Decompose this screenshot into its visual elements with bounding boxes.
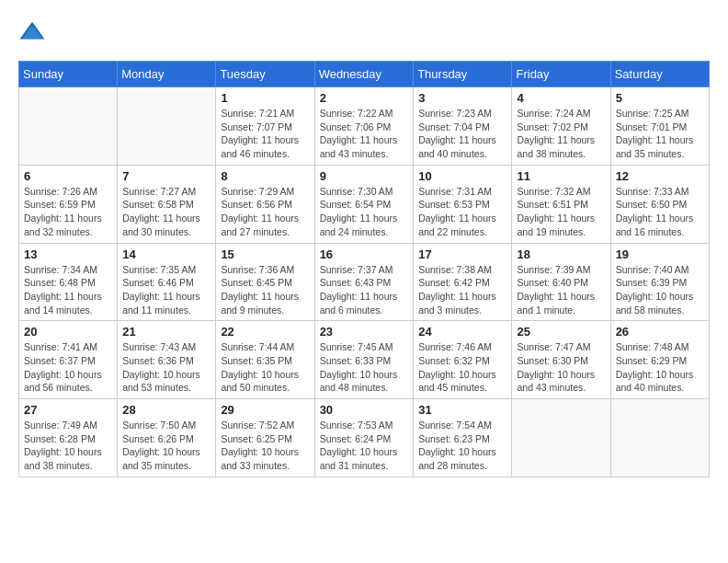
calendar-header-row: SundayMondayTuesdayWednesdayThursdayFrid… xyxy=(19,62,710,87)
calendar-cell: 7Sunrise: 7:27 AM Sunset: 6:58 PM Daylig… xyxy=(118,165,216,243)
day-info: Sunrise: 7:32 AM Sunset: 6:51 PM Dayligh… xyxy=(517,185,605,239)
day-number: 19 xyxy=(616,247,704,261)
day-header-friday: Friday xyxy=(512,62,610,87)
day-header-tuesday: Tuesday xyxy=(216,62,314,87)
day-info: Sunrise: 7:38 AM Sunset: 6:42 PM Dayligh… xyxy=(418,263,506,317)
day-number: 28 xyxy=(122,403,210,417)
day-info: Sunrise: 7:35 AM Sunset: 6:46 PM Dayligh… xyxy=(122,263,210,317)
day-header-saturday: Saturday xyxy=(610,62,709,87)
calendar-week-row: 13Sunrise: 7:34 AM Sunset: 6:48 PM Dayli… xyxy=(19,243,710,321)
calendar-week-row: 20Sunrise: 7:41 AM Sunset: 6:37 PM Dayli… xyxy=(19,321,710,399)
calendar-cell: 26Sunrise: 7:48 AM Sunset: 6:29 PM Dayli… xyxy=(610,321,709,399)
calendar-cell xyxy=(118,87,216,166)
day-number: 14 xyxy=(122,247,210,261)
calendar-cell: 3Sunrise: 7:23 AM Sunset: 7:04 PM Daylig… xyxy=(414,87,512,166)
day-info: Sunrise: 7:54 AM Sunset: 6:23 PM Dayligh… xyxy=(418,419,506,473)
day-info: Sunrise: 7:46 AM Sunset: 6:32 PM Dayligh… xyxy=(418,340,506,395)
calendar-cell: 27Sunrise: 7:49 AM Sunset: 6:28 PM Dayli… xyxy=(19,399,118,477)
calendar-week-row: 27Sunrise: 7:49 AM Sunset: 6:28 PM Dayli… xyxy=(19,399,710,477)
day-info: Sunrise: 7:25 AM Sunset: 7:01 PM Dayligh… xyxy=(616,107,704,161)
day-number: 25 xyxy=(517,325,605,339)
day-header-thursday: Thursday xyxy=(414,62,512,87)
day-info: Sunrise: 7:43 AM Sunset: 6:36 PM Dayligh… xyxy=(122,340,210,395)
day-number: 13 xyxy=(24,247,112,261)
calendar-cell: 30Sunrise: 7:53 AM Sunset: 6:24 PM Dayli… xyxy=(314,399,414,477)
day-number: 21 xyxy=(122,325,210,339)
day-info: Sunrise: 7:40 AM Sunset: 6:39 PM Dayligh… xyxy=(616,263,704,317)
day-number: 20 xyxy=(24,325,112,339)
calendar-cell: 13Sunrise: 7:34 AM Sunset: 6:48 PM Dayli… xyxy=(19,243,118,321)
calendar-cell: 16Sunrise: 7:37 AM Sunset: 6:43 PM Dayli… xyxy=(314,243,414,321)
day-info: Sunrise: 7:21 AM Sunset: 7:07 PM Dayligh… xyxy=(221,107,309,161)
day-number: 18 xyxy=(517,247,605,261)
day-number: 15 xyxy=(221,247,309,261)
calendar-cell: 17Sunrise: 7:38 AM Sunset: 6:42 PM Dayli… xyxy=(414,243,512,321)
calendar-cell xyxy=(512,399,610,477)
calendar-cell: 8Sunrise: 7:29 AM Sunset: 6:56 PM Daylig… xyxy=(216,165,314,243)
day-info: Sunrise: 7:41 AM Sunset: 6:37 PM Dayligh… xyxy=(24,340,112,395)
day-info: Sunrise: 7:30 AM Sunset: 6:54 PM Dayligh… xyxy=(320,185,409,239)
day-number: 26 xyxy=(616,325,704,339)
calendar-cell: 2Sunrise: 7:22 AM Sunset: 7:06 PM Daylig… xyxy=(314,87,414,166)
calendar-cell: 12Sunrise: 7:33 AM Sunset: 6:50 PM Dayli… xyxy=(610,165,709,243)
day-header-sunday: Sunday xyxy=(19,62,118,87)
calendar-cell: 4Sunrise: 7:24 AM Sunset: 7:02 PM Daylig… xyxy=(512,87,610,166)
day-info: Sunrise: 7:50 AM Sunset: 6:26 PM Dayligh… xyxy=(122,419,210,473)
day-number: 24 xyxy=(418,325,506,339)
day-info: Sunrise: 7:31 AM Sunset: 6:53 PM Dayligh… xyxy=(418,185,506,239)
day-info: Sunrise: 7:27 AM Sunset: 6:58 PM Dayligh… xyxy=(122,185,210,239)
day-header-monday: Monday xyxy=(118,62,216,87)
calendar-cell: 22Sunrise: 7:44 AM Sunset: 6:35 PM Dayli… xyxy=(216,321,314,399)
day-info: Sunrise: 7:26 AM Sunset: 6:59 PM Dayligh… xyxy=(24,185,112,239)
day-info: Sunrise: 7:34 AM Sunset: 6:48 PM Dayligh… xyxy=(24,263,112,317)
day-number: 3 xyxy=(418,91,506,105)
calendar-cell xyxy=(19,87,118,166)
day-info: Sunrise: 7:47 AM Sunset: 6:30 PM Dayligh… xyxy=(517,340,605,395)
calendar-cell: 18Sunrise: 7:39 AM Sunset: 6:40 PM Dayli… xyxy=(512,243,610,321)
day-number: 4 xyxy=(517,91,605,105)
day-number: 8 xyxy=(221,169,309,183)
day-info: Sunrise: 7:52 AM Sunset: 6:25 PM Dayligh… xyxy=(221,419,309,473)
calendar-week-row: 6Sunrise: 7:26 AM Sunset: 6:59 PM Daylig… xyxy=(19,165,710,243)
day-info: Sunrise: 7:44 AM Sunset: 6:35 PM Dayligh… xyxy=(221,340,309,395)
page-header xyxy=(18,18,710,46)
calendar-cell xyxy=(610,399,709,477)
logo-icon xyxy=(18,18,46,46)
day-number: 30 xyxy=(320,403,409,417)
day-info: Sunrise: 7:48 AM Sunset: 6:29 PM Dayligh… xyxy=(616,340,704,395)
calendar-cell: 5Sunrise: 7:25 AM Sunset: 7:01 PM Daylig… xyxy=(610,87,709,166)
day-number: 23 xyxy=(320,325,409,339)
calendar-cell: 25Sunrise: 7:47 AM Sunset: 6:30 PM Dayli… xyxy=(512,321,610,399)
day-number: 6 xyxy=(24,169,112,183)
day-info: Sunrise: 7:29 AM Sunset: 6:56 PM Dayligh… xyxy=(221,185,309,239)
calendar-cell: 23Sunrise: 7:45 AM Sunset: 6:33 PM Dayli… xyxy=(314,321,414,399)
calendar-cell: 10Sunrise: 7:31 AM Sunset: 6:53 PM Dayli… xyxy=(414,165,512,243)
day-header-wednesday: Wednesday xyxy=(314,62,414,87)
calendar-cell: 19Sunrise: 7:40 AM Sunset: 6:39 PM Dayli… xyxy=(610,243,709,321)
day-info: Sunrise: 7:49 AM Sunset: 6:28 PM Dayligh… xyxy=(24,419,112,473)
calendar-cell: 31Sunrise: 7:54 AM Sunset: 6:23 PM Dayli… xyxy=(414,399,512,477)
day-info: Sunrise: 7:24 AM Sunset: 7:02 PM Dayligh… xyxy=(517,107,605,161)
day-info: Sunrise: 7:45 AM Sunset: 6:33 PM Dayligh… xyxy=(320,340,409,395)
day-number: 2 xyxy=(320,91,409,105)
day-number: 12 xyxy=(616,169,704,183)
day-info: Sunrise: 7:39 AM Sunset: 6:40 PM Dayligh… xyxy=(517,263,605,317)
day-info: Sunrise: 7:23 AM Sunset: 7:04 PM Dayligh… xyxy=(418,107,506,161)
calendar-table: SundayMondayTuesdayWednesdayThursdayFrid… xyxy=(18,61,710,477)
day-info: Sunrise: 7:33 AM Sunset: 6:50 PM Dayligh… xyxy=(616,185,704,239)
day-number: 10 xyxy=(418,169,506,183)
calendar-cell: 24Sunrise: 7:46 AM Sunset: 6:32 PM Dayli… xyxy=(414,321,512,399)
calendar-cell: 28Sunrise: 7:50 AM Sunset: 6:26 PM Dayli… xyxy=(118,399,216,477)
day-info: Sunrise: 7:36 AM Sunset: 6:45 PM Dayligh… xyxy=(221,263,309,317)
calendar-cell: 6Sunrise: 7:26 AM Sunset: 6:59 PM Daylig… xyxy=(19,165,118,243)
day-number: 22 xyxy=(221,325,309,339)
calendar-cell: 9Sunrise: 7:30 AM Sunset: 6:54 PM Daylig… xyxy=(314,165,414,243)
day-number: 29 xyxy=(221,403,309,417)
day-number: 16 xyxy=(320,247,409,261)
calendar-cell: 20Sunrise: 7:41 AM Sunset: 6:37 PM Dayli… xyxy=(19,321,118,399)
day-number: 5 xyxy=(616,91,704,105)
day-info: Sunrise: 7:53 AM Sunset: 6:24 PM Dayligh… xyxy=(320,419,409,473)
day-number: 31 xyxy=(418,403,506,417)
calendar-week-row: 1Sunrise: 7:21 AM Sunset: 7:07 PM Daylig… xyxy=(19,87,710,166)
day-number: 9 xyxy=(320,169,409,183)
